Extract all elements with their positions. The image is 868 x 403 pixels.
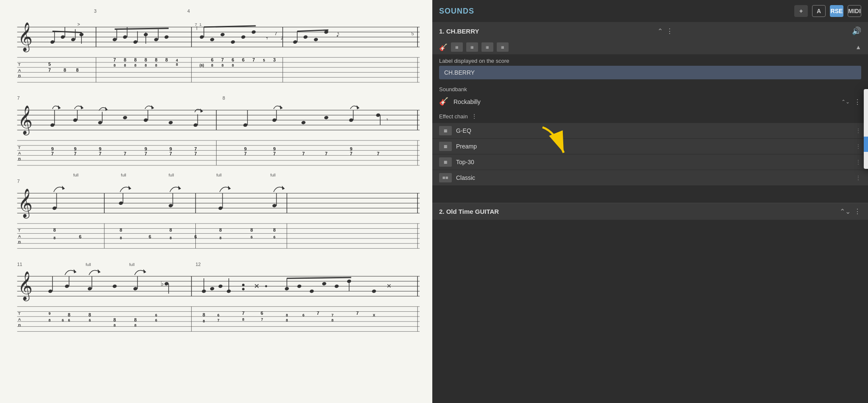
- sounds-header: SOUNDS + A RSE MIDI: [432, 0, 868, 22]
- classic-menu-button[interactable]: ⋮: [855, 174, 861, 181]
- preamp-icon: ▦: [439, 142, 452, 151]
- svg-text:B: B: [18, 240, 21, 244]
- svg-text:8: 8: [89, 312, 91, 317]
- effect-chain-menu-icon[interactable]: ⋮: [471, 113, 477, 120]
- geq-name: G-EQ: [456, 127, 851, 134]
- classic-icon: ▦▦: [439, 173, 452, 182]
- svg-text:5: 5: [48, 62, 51, 67]
- svg-text:8: 8: [170, 236, 172, 240]
- svg-text:4: 4: [187, 8, 190, 14]
- svg-text:full: full: [216, 173, 221, 177]
- svg-text:7: 7: [74, 151, 77, 156]
- copy-effect-chain-item[interactable]: Copy whole effect chain: [864, 91, 868, 106]
- svg-text:8: 8: [223, 95, 225, 101]
- svg-text:7: 7: [99, 151, 101, 156]
- soundbank-chevron-icon[interactable]: ⌃⌄: [841, 99, 850, 105]
- preamp-menu-button[interactable]: ⋮: [855, 143, 861, 150]
- effect-item-geq[interactable]: ▦ G-EQ ⋮ Copy whole effect chain Paste w…: [432, 123, 868, 139]
- svg-text:8: 8: [64, 67, 66, 73]
- svg-text:7: 7: [325, 151, 328, 156]
- effect-item-classic[interactable]: ▦▦ Classic ⋮: [432, 170, 868, 186]
- track2-chevron[interactable]: ⌃⌄: [840, 207, 851, 215]
- icon-4: ▦: [497, 42, 509, 52]
- svg-text:6: 6: [250, 235, 253, 239]
- svg-text:8: 8: [211, 63, 213, 67]
- add-button[interactable]: +: [794, 5, 808, 17]
- effect-item-top30[interactable]: ▦ Top-30 ⋮: [432, 154, 868, 170]
- soundbank-guitar-icon: 🎸: [439, 97, 449, 107]
- svg-text:(6): (6): [200, 63, 204, 67]
- svg-text:1: 1: [199, 22, 201, 27]
- svg-text:8: 8: [124, 57, 126, 62]
- svg-text:7: 7: [195, 22, 197, 27]
- svg-text:7: 7: [17, 95, 20, 101]
- svg-text:full: full: [121, 173, 126, 177]
- soundbank-menu-button[interactable]: ⋮: [854, 98, 861, 106]
- svg-text:6: 6: [155, 318, 157, 322]
- paste-effect-chain-item[interactable]: Paste whole effect chain: [864, 106, 868, 121]
- svg-text:8: 8: [331, 318, 334, 322]
- right-content: Label displayed on the score Soundbank 🎸…: [432, 54, 868, 403]
- svg-text:8: 8: [203, 319, 205, 323]
- icon-1: ▦: [451, 42, 463, 52]
- svg-text:6: 6: [217, 313, 220, 317]
- svg-text:5: 5: [412, 31, 414, 36]
- svg-text:7: 7: [253, 57, 255, 62]
- save-effect-chain-item[interactable]: Save effect chain...: [864, 152, 868, 167]
- svg-text:8: 8: [286, 313, 288, 317]
- collapse-icon[interactable]: ▲: [855, 44, 861, 50]
- svg-text:7: 7: [221, 57, 224, 62]
- geq-menu-button[interactable]: ⋮: [855, 127, 861, 134]
- svg-text:full: full: [86, 262, 91, 267]
- svg-text:7: 7: [242, 311, 245, 316]
- svg-text:6: 6: [303, 313, 305, 317]
- track2-controls: ⌃⌄ ⋮: [840, 207, 861, 215]
- svg-text:6: 6: [211, 57, 214, 62]
- clear-effect-chain-item[interactable]: Clear effect chain: [864, 121, 868, 137]
- svg-text:8: 8: [48, 318, 50, 322]
- effect-item-preamp[interactable]: ▦ Preamp ⋮: [432, 139, 868, 154]
- context-menu: Copy whole effect chain Paste whole effe…: [864, 89, 868, 169]
- svg-text:✕: ✕: [387, 283, 392, 289]
- track2-menu-button[interactable]: ⋮: [854, 207, 861, 215]
- svg-text:8: 8: [76, 67, 78, 73]
- svg-text:full: full: [270, 173, 275, 177]
- instrument-icons-row: 🎸 ▦ ▦ ▦ ▦ ▲: [432, 40, 868, 54]
- svg-text:7: 7: [261, 317, 263, 322]
- svg-text:8: 8: [219, 227, 222, 232]
- svg-text:X: X: [373, 313, 375, 317]
- top30-menu-button[interactable]: ⋮: [855, 159, 861, 165]
- svg-text:9: 9: [273, 146, 275, 151]
- svg-text:T: T: [18, 311, 20, 316]
- svg-text:6: 6: [273, 235, 275, 239]
- label-input[interactable]: [439, 66, 861, 79]
- svg-text:8: 8: [134, 323, 136, 327]
- svg-text:7: 7: [51, 151, 54, 156]
- rse-button[interactable]: RSE: [830, 5, 843, 17]
- svg-text:8: 8: [114, 63, 116, 67]
- icon-3: ▦: [481, 42, 493, 52]
- svg-text:8: 8: [120, 236, 122, 240]
- load-effect-chain-item[interactable]: Load effect chain...: [864, 137, 868, 152]
- svg-text:8: 8: [134, 57, 137, 62]
- track1-menu-button[interactable]: ⋮: [666, 27, 673, 35]
- svg-text:8: 8: [220, 236, 222, 240]
- soundbank-row: 🎸 Rockabilly ⌃⌄ ⋮: [432, 94, 868, 109]
- midi-button[interactable]: MIDI: [848, 5, 861, 17]
- a-button[interactable]: A: [812, 5, 826, 17]
- svg-text:full: full: [169, 173, 174, 177]
- svg-point-263: [242, 284, 245, 286]
- track1-chevron[interactable]: ⌃: [657, 27, 663, 35]
- svg-text:6: 6: [242, 57, 245, 62]
- preamp-name: Preamp: [456, 143, 851, 150]
- svg-text:A: A: [18, 151, 21, 155]
- svg-text:8: 8: [134, 317, 137, 322]
- svg-text:12: 12: [195, 262, 200, 267]
- svg-text:6: 6: [68, 318, 70, 322]
- svg-text:8: 8: [165, 57, 168, 62]
- effect-chain-header: Effect chain ⋮: [432, 109, 868, 123]
- sounds-panel: SOUNDS + A RSE MIDI 1. CH.BERRY ⌃ ⋮ 🔊 🎸 …: [432, 0, 868, 403]
- svg-text:6: 6: [79, 234, 81, 239]
- svg-text:8: 8: [170, 227, 172, 232]
- svg-text:7: 7: [217, 318, 220, 322]
